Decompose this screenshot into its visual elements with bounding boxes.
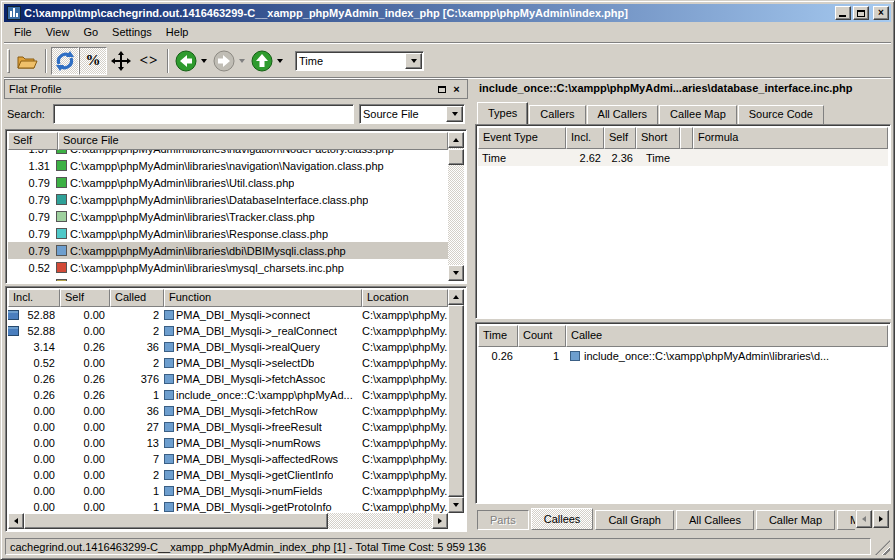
function-row[interactable]: 0.000.0036PMA_DBI_Mysqli->fetchRowC:\xam… <box>8 403 448 419</box>
column-header-self[interactable]: Self <box>8 132 58 150</box>
scroll-up-button[interactable] <box>448 289 464 305</box>
file-row[interactable]: 0.52C:\xampp\phpMyAdmin\libraries\mysql_… <box>8 259 448 276</box>
tabs-scroll-left-button[interactable] <box>856 510 872 528</box>
column-header-formula[interactable]: Formula <box>693 127 888 149</box>
callee-row[interactable]: 0.261include_once::C:\xampp\phpMyAdmin\l… <box>478 347 888 364</box>
column-header-incl[interactable]: Incl. <box>566 127 604 149</box>
file-row[interactable]: 0.52C:\xampp\phpMyAdmin\libraries\user_p… <box>8 276 448 281</box>
bottom-tab-machine[interactable]: Machine <box>837 510 855 530</box>
toolbar-handle[interactable] <box>7 49 10 73</box>
bottom-tab-all-callees[interactable]: All Callees <box>676 510 754 530</box>
search-label: Search: <box>7 108 53 120</box>
column-header-count[interactable]: Count <box>518 325 566 347</box>
scroll-down-button[interactable] <box>448 265 464 281</box>
group-by-combo[interactable]: Source File <box>359 104 465 124</box>
tab-callers[interactable]: Callers <box>529 105 585 124</box>
file-row[interactable]: 0.79C:\xampp\phpMyAdmin\libraries\Tracke… <box>8 208 448 225</box>
bottom-tab-parts[interactable]: Parts <box>477 510 529 530</box>
combo-dropdown-button[interactable] <box>446 106 463 122</box>
menu-file[interactable]: File <box>7 24 39 40</box>
function-name: include_once::C:\xampp\phpMyAd... <box>176 389 353 401</box>
back-button[interactable] <box>173 47 199 75</box>
forward-dropdown[interactable] <box>237 47 247 75</box>
called-count: 27 <box>110 421 164 433</box>
file-row[interactable]: 0.79C:\xampp\phpMyAdmin\libraries\Databa… <box>8 191 448 208</box>
function-row[interactable]: 52.880.002PMA_DBI_Mysqli->connectC:\xamp… <box>8 307 448 323</box>
tabs-scroll-right-button[interactable] <box>873 510 889 528</box>
function-row[interactable]: 0.520.002PMA_DBI_Mysqli->selectDbC:\xamp… <box>8 355 448 371</box>
function-row[interactable]: 3.140.2636PMA_DBI_Mysqli->realQueryC:\xa… <box>8 339 448 355</box>
file-row[interactable]: 0.79C:\xampp\phpMyAdmin\libraries\Respon… <box>8 225 448 242</box>
menu-view[interactable]: View <box>39 24 77 40</box>
column-header-time[interactable]: Time <box>478 325 518 347</box>
column-header-event-type[interactable]: Event Type <box>478 127 566 149</box>
column-header-function[interactable]: Function <box>164 289 362 307</box>
scrollbar-thumb[interactable] <box>448 149 464 165</box>
file-row[interactable]: 0.79C:\xampp\phpMyAdmin\libraries\Util.c… <box>8 174 448 191</box>
file-row[interactable]: 1.37C:\xampp\phpMyAdmin\libraries\naviga… <box>8 150 448 157</box>
bottom-tab-callees[interactable]: Callees <box>531 508 594 530</box>
event-type-combo[interactable]: Time <box>295 51 424 71</box>
minimize-button[interactable] <box>835 6 851 20</box>
up-dropdown[interactable] <box>275 47 285 75</box>
title-bar[interactable]: C:\xampp\tmp\cachegrind.out.1416463299-C… <box>4 4 891 22</box>
function-table-hscrollbar[interactable] <box>8 513 448 529</box>
dock-layout-button[interactable] <box>107 47 135 75</box>
function-row[interactable]: 0.000.002PMA_DBI_Mysqli->getClientInfoC:… <box>8 467 448 483</box>
menu-help[interactable]: Help <box>159 24 196 40</box>
cycle-detection-button[interactable]: <> <box>135 47 163 75</box>
function-row[interactable]: 0.000.001PMA_DBI_Mysqli->numFieldsC:\xam… <box>8 483 448 499</box>
arrow-up-icon <box>453 295 459 299</box>
column-header-incl[interactable]: Incl. <box>8 289 60 307</box>
function-row[interactable]: 0.000.0013PMA_DBI_Mysqli->numRowsC:\xamp… <box>8 435 448 451</box>
percent-toggle-button[interactable]: % <box>79 47 107 75</box>
column-header-called[interactable]: Called <box>110 289 164 307</box>
menu-go[interactable]: Go <box>76 24 105 40</box>
file-row[interactable]: 0.79C:\xampp\phpMyAdmin\libraries\dbi\DB… <box>8 242 448 259</box>
column-header-location[interactable]: Location <box>362 289 448 307</box>
back-dropdown[interactable] <box>199 47 209 75</box>
function-row[interactable]: 0.260.261include_once::C:\xampp\phpMyAd.… <box>8 387 448 403</box>
close-button[interactable]: × <box>873 6 889 20</box>
scroll-down-button[interactable] <box>448 497 464 513</box>
bottom-tab-caller-map[interactable]: Caller Map <box>756 510 835 530</box>
resize-grip[interactable] <box>875 540 890 555</box>
column-header-source-file[interactable]: Source File <box>58 132 448 150</box>
file-table-vscrollbar[interactable] <box>448 132 464 281</box>
column-header-self[interactable]: Self <box>60 289 110 307</box>
forward-button[interactable] <box>211 47 237 75</box>
function-row[interactable]: 0.000.007PMA_DBI_Mysqli->affectedRowsC:\… <box>8 451 448 467</box>
column-header-spacer[interactable] <box>680 127 693 149</box>
open-file-button[interactable] <box>13 47 41 75</box>
search-input[interactable] <box>53 104 354 124</box>
tab-types[interactable]: Types <box>477 102 528 124</box>
event-type-row[interactable]: Time2.622.36Time <box>478 149 888 166</box>
scroll-up-button[interactable] <box>448 132 464 148</box>
function-row[interactable]: 0.000.001PMA_DBI_Mysqli->getProtoInfoC:\… <box>8 499 448 513</box>
up-button[interactable] <box>249 47 275 75</box>
function-row[interactable]: 52.880.002PMA_DBI_Mysqli->_realConnectC:… <box>8 323 448 339</box>
scroll-right-button[interactable] <box>432 513 448 529</box>
bottom-tab-call-graph[interactable]: Call Graph <box>595 510 674 530</box>
file-row[interactable]: 1.31C:\xampp\phpMyAdmin\libraries\naviga… <box>8 157 448 174</box>
function-table-vscrollbar[interactable] <box>448 289 464 513</box>
tab-source-code[interactable]: Source Code <box>738 105 824 124</box>
file-path: C:\xampp\phpMyAdmin\libraries\Response.c… <box>70 228 328 240</box>
menu-settings[interactable]: Settings <box>105 24 159 40</box>
column-header-callee[interactable]: Callee <box>566 325 888 347</box>
panel-splitter[interactable] <box>468 79 475 533</box>
close-dock-button[interactable]: × <box>450 83 463 95</box>
scrollbar-thumb[interactable] <box>448 305 464 497</box>
combo-dropdown-button[interactable] <box>405 53 422 69</box>
reload-button[interactable] <box>51 47 79 75</box>
function-row[interactable]: 0.260.26376PMA_DBI_Mysqli->fetchAssocC:\… <box>8 371 448 387</box>
float-dock-button[interactable] <box>435 83 448 95</box>
function-row[interactable]: 0.000.0027PMA_DBI_Mysqli->freeResultC:\x… <box>8 419 448 435</box>
scroll-left-button[interactable] <box>8 513 24 529</box>
column-header-short[interactable]: Short <box>636 127 680 149</box>
tab-all-callers[interactable]: All Callers <box>587 105 659 124</box>
maximize-button[interactable] <box>853 6 869 20</box>
column-header-self[interactable]: Self <box>604 127 636 149</box>
tab-callee-map[interactable]: Callee Map <box>659 105 737 124</box>
scrollbar-thumb[interactable] <box>24 513 328 529</box>
